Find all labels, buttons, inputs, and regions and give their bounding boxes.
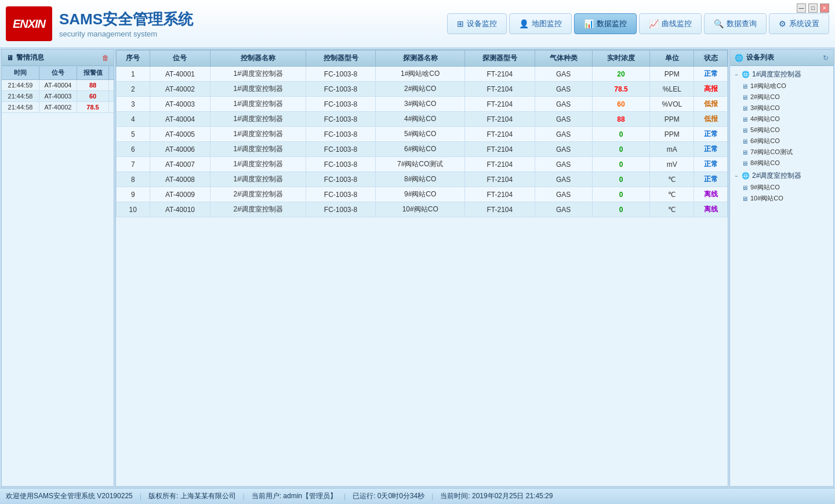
tree-child-label: 10#阀站CO	[750, 194, 783, 203]
cell-conc: 0	[592, 187, 649, 202]
nav-icon-1: 👤	[519, 19, 529, 28]
delete-icon[interactable]: 🗑	[102, 54, 109, 62]
tree-child-0-0[interactable]: 🖥1#阀站啥CO	[732, 81, 831, 92]
title-bar: ENXIN SAMS安全管理系统 security management sys…	[0, 0, 835, 48]
table-row[interactable]: 3AT-400031#调度室控制器FC-1003-83#阀站COFT-2104G…	[117, 97, 728, 112]
alarm-value: 60	[77, 91, 109, 101]
cell-det-model: FT-2104	[465, 127, 535, 142]
tree-parent-1[interactable]: －🌐2#调度室控制器	[732, 170, 831, 182]
table-row[interactable]: 6AT-400061#调度室控制器FC-1003-86#阀站COFT-2104G…	[117, 142, 728, 157]
cell-unit: %VOL	[650, 97, 694, 112]
cell-unit: PPM	[650, 127, 694, 142]
alarm-tag: AT-40002	[39, 102, 77, 112]
nav-label-4: 数据查询	[727, 19, 757, 29]
nav-label-1: 地图监控	[532, 19, 562, 29]
nav-btn-地图监控[interactable]: 👤地图监控	[509, 13, 572, 34]
cell-det-name: 1#阀站啥CO	[376, 67, 465, 82]
col-状态: 状态	[694, 50, 728, 67]
col-控制器型号: 控制器型号	[306, 50, 375, 67]
tree-child-label: 3#阀站CO	[750, 104, 780, 112]
cell-tag: AT-40009	[150, 187, 210, 202]
cell-unit: mV	[650, 157, 694, 172]
tree-child-1-1[interactable]: 🖥10#阀站CO	[732, 193, 831, 204]
nav-btn-设备监控[interactable]: ⊞设备监控	[447, 13, 507, 34]
tree-child-label: 9#阀站CO	[750, 183, 780, 192]
tree-parent-label: 2#调度室控制器	[752, 171, 801, 181]
sensor-icon: 🖥	[742, 94, 748, 101]
col-实时浓度: 实时浓度	[592, 50, 649, 67]
refresh-icon[interactable]: ↻	[823, 54, 829, 62]
tree-child-0-6[interactable]: 🖥7#阀站CO测试	[732, 147, 831, 158]
table-row[interactable]: 5AT-400051#调度室控制器FC-1003-85#阀站COFT-2104G…	[117, 127, 728, 142]
cell-tag: AT-40007	[150, 157, 210, 172]
alarm-value: 78.5	[77, 102, 109, 112]
minimize-button[interactable]: —	[797, 3, 806, 13]
status-runtime: 已运行: 0天0时0分34秒	[353, 491, 424, 501]
status-welcome: 欢迎使用SAMS安全管理系统 V20190225	[6, 491, 133, 501]
sensor-icon: 🖥	[742, 127, 748, 134]
cell-gas: GAS	[535, 157, 592, 172]
table-row[interactable]: 9AT-400092#调度室控制器FC-1003-89#阀站COFT-2104G…	[117, 187, 728, 202]
app-title-area: SAMS安全管理系统 security management system	[59, 9, 193, 38]
table-row[interactable]: 2AT-400021#调度室控制器FC-1003-82#阀站COFT-2104G…	[117, 82, 728, 97]
sensor-icon: 🖥	[742, 160, 748, 167]
cell-conc: 78.5	[592, 82, 649, 97]
data-table-header-row: 序号位号控制器名称控制器型号探测器名称探测器型号气体种类实时浓度单位状态	[117, 50, 728, 67]
tree-child-label: 7#阀站CO测试	[750, 148, 793, 156]
device-header: 🌐 设备列表 ↻	[730, 50, 833, 66]
controller-icon: 🌐	[742, 172, 750, 180]
cell-det-model: FT-2104	[465, 172, 535, 187]
tree-parent-0[interactable]: －🌐1#调度室控制器	[732, 68, 831, 81]
maximize-button[interactable]: □	[808, 3, 818, 13]
cell-conc: 0	[592, 202, 649, 217]
alarm-value: 88	[77, 80, 109, 90]
alarm-row: 21:44:59 AT-40004 88	[2, 80, 114, 91]
alarm-title: 🖥 警情消息	[6, 53, 44, 63]
cell-det-model: FT-2104	[465, 157, 535, 172]
tree-child-label: 8#阀站CO	[750, 159, 780, 167]
alarm-col-tag: 位号	[39, 66, 77, 79]
table-row[interactable]: 8AT-400081#调度室控制器FC-1003-88#阀站COFT-2104G…	[117, 172, 728, 187]
cell-ctrl-name: 1#调度室控制器	[210, 97, 306, 112]
data-table-wrapper[interactable]: 序号位号控制器名称控制器型号探测器名称探测器型号气体种类实时浓度单位状态 1AT…	[116, 50, 728, 486]
cell-tag: AT-40002	[150, 82, 210, 97]
cell-ctrl-name: 2#调度室控制器	[210, 202, 306, 217]
nav-icon-0: ⊞	[457, 19, 464, 28]
cell-ctrl-model: FC-1003-8	[306, 112, 375, 127]
app-title-sub: security management system	[59, 30, 193, 38]
cell-det-name: 6#阀站CO	[376, 142, 465, 157]
tree-child-0-2[interactable]: 🖥3#阀站CO	[732, 103, 831, 114]
sensor-icon: 🖥	[742, 195, 748, 202]
device-icon: 🌐	[735, 54, 743, 62]
col-序号: 序号	[117, 50, 150, 67]
tree-child-label: 2#阀站CO	[750, 93, 780, 101]
table-row[interactable]: 4AT-400041#调度室控制器FC-1003-84#阀站COFT-2104G…	[117, 112, 728, 127]
cell-status: 低报	[694, 97, 728, 112]
cell-ctrl-model: FC-1003-8	[306, 82, 375, 97]
col-控制器名称: 控制器名称	[210, 50, 306, 67]
device-tree: －🌐1#调度室控制器🖥1#阀站啥CO🖥2#阀站CO🖥3#阀站CO🖥4#阀站CO🖥…	[730, 66, 833, 486]
table-row[interactable]: 10AT-400102#调度室控制器FC-1003-810#阀站COFT-210…	[117, 202, 728, 217]
alarm-row: 21:44:58 AT-40003 60	[2, 91, 114, 102]
close-button[interactable]: ✕	[820, 3, 829, 13]
tree-child-1-0[interactable]: 🖥9#阀站CO	[732, 182, 831, 193]
monitor-icon: 🖥	[6, 54, 13, 62]
table-row[interactable]: 1AT-400011#调度室控制器FC-1003-81#阀站啥COFT-2104…	[117, 67, 728, 82]
cell-conc: 20	[592, 67, 649, 82]
cell-seq: 5	[117, 127, 150, 142]
tree-child-0-3[interactable]: 🖥4#阀站CO	[732, 114, 831, 125]
nav-btn-曲线监控[interactable]: 📈曲线监控	[639, 13, 702, 34]
alarm-time: 21:44:59	[2, 80, 39, 90]
nav-btn-数据查询[interactable]: 🔍数据查询	[704, 13, 767, 34]
tree-child-0-7[interactable]: 🖥8#阀站CO	[732, 158, 831, 169]
nav-btn-数据监控[interactable]: 📊数据监控	[574, 13, 637, 34]
table-row[interactable]: 7AT-400071#调度室控制器FC-1003-87#阀站CO测试FT-210…	[117, 157, 728, 172]
tree-child-0-5[interactable]: 🖥6#阀站CO	[732, 136, 831, 147]
tree-child-0-4[interactable]: 🖥5#阀站CO	[732, 125, 831, 136]
cell-ctrl-name: 1#调度室控制器	[210, 172, 306, 187]
cell-ctrl-name: 1#调度室控制器	[210, 67, 306, 82]
tree-child-0-1[interactable]: 🖥2#阀站CO	[732, 92, 831, 103]
nav-btn-系统设置[interactable]: ⚙系统设置	[769, 13, 829, 34]
tree-group: －🌐1#调度室控制器🖥1#阀站啥CO🖥2#阀站CO🖥3#阀站CO🖥4#阀站CO🖥…	[732, 68, 831, 169]
cell-status: 离线	[694, 187, 728, 202]
